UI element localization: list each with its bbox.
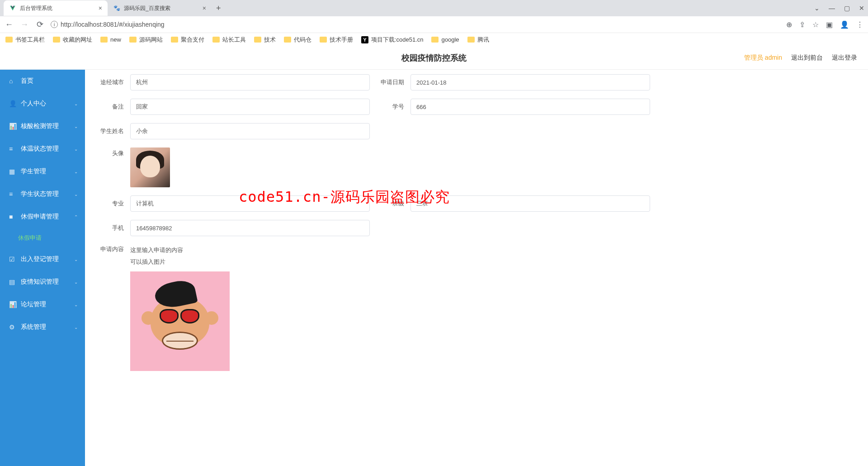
- main-content: code51.cn-源码乐园盗图必究 途经城市 申请日期 备注 学号: [85, 70, 868, 466]
- folder-icon: [254, 37, 261, 43]
- chevron-icon: ⌄: [74, 280, 78, 285]
- bookmark-label: 收藏的网址: [63, 36, 92, 44]
- bookmark-item[interactable]: Y项目下载:code51.cn: [361, 36, 424, 44]
- sidebar-icon: ▤: [9, 278, 16, 285]
- chevron-icon: ⌄: [74, 257, 78, 262]
- back-button[interactable]: ←: [5, 20, 14, 29]
- maximize-icon[interactable]: ▢: [844, 5, 850, 12]
- major-input[interactable]: [130, 195, 370, 212]
- app-header: 校园疫情防控系统 管理员 admin 退出到前台 退出登录: [0, 46, 868, 70]
- label-class: 班级: [374, 200, 410, 208]
- bookmark-label: google: [441, 36, 459, 43]
- sidebar-subitem[interactable]: 休假申请: [0, 228, 85, 248]
- sidebar-item[interactable]: ▤疫情知识管理⌄: [0, 271, 85, 293]
- chevron-icon: ⌄: [74, 302, 78, 307]
- bookmark-label: 技术手册: [330, 36, 353, 44]
- window-controls: ⌄ — ▢ ✕: [814, 5, 864, 12]
- chevron-icon: ⌄: [74, 124, 78, 129]
- avatar-image[interactable]: [130, 147, 170, 187]
- sidebar-item[interactable]: ☑出入登记管理⌄: [0, 248, 85, 271]
- bookmark-item[interactable]: 聚合支付: [171, 36, 204, 44]
- sidebar-label: 疫情知识管理: [21, 278, 59, 286]
- profile-icon[interactable]: 👤: [840, 20, 849, 29]
- content-line: 这里输入申请的内容: [130, 244, 230, 256]
- bookmark-item[interactable]: new: [100, 36, 121, 43]
- sidebar-label: 学生管理: [21, 167, 46, 176]
- phone-input[interactable]: [130, 220, 370, 236]
- bookmark-item[interactable]: 源码网站: [129, 36, 163, 44]
- bookmark-item[interactable]: 书签工具栏: [5, 36, 45, 44]
- sidebar-item[interactable]: ⚙系统管理⌄: [0, 316, 85, 338]
- label-date: 申请日期: [374, 78, 410, 86]
- sidebar-label: 休假申请管理: [21, 213, 59, 221]
- bookmark-item[interactable]: 代码仓: [284, 36, 311, 44]
- sidebar-icon: 📊: [9, 123, 16, 130]
- sidebar-label: 核酸检测管理: [21, 122, 59, 130]
- sidebar-item[interactable]: ⌂首页: [0, 70, 85, 92]
- bookmark-item[interactable]: 站长工具: [212, 36, 246, 44]
- vue-icon: [9, 5, 16, 12]
- close-window-icon[interactable]: ✕: [859, 5, 864, 12]
- chevron-icon: ⌄: [74, 325, 78, 330]
- star-icon[interactable]: ☆: [812, 20, 819, 29]
- sidebar-item[interactable]: ≡体温状态管理⌄: [0, 138, 85, 160]
- bookmark-item[interactable]: 收藏的网址: [53, 36, 92, 44]
- info-icon[interactable]: i: [51, 21, 58, 28]
- new-tab-button[interactable]: +: [212, 4, 226, 13]
- sidebar-item[interactable]: 👤个人中心⌄: [0, 92, 85, 115]
- content-line: 可以插入图片: [130, 256, 230, 268]
- sidebar-label: 首页: [21, 77, 33, 85]
- name-input[interactable]: [130, 123, 370, 139]
- minimize-icon[interactable]: —: [829, 5, 835, 12]
- close-icon[interactable]: ×: [203, 5, 206, 12]
- sidebar-item[interactable]: ≡学生状态管理⌄: [0, 183, 85, 205]
- address-bar: ← → ⟳ i http://localhost:8081/#/xiujiash…: [0, 16, 868, 33]
- sidebar-item[interactable]: 📊核酸检测管理⌄: [0, 115, 85, 138]
- menu-icon[interactable]: ⋮: [856, 20, 863, 29]
- label-name: 学生姓名: [94, 127, 130, 135]
- tabs-dropdown-icon[interactable]: ⌄: [814, 5, 820, 12]
- reload-button[interactable]: ⟳: [35, 19, 44, 29]
- remark-input[interactable]: [130, 99, 370, 115]
- bookmark-item[interactable]: 腾讯: [467, 36, 489, 44]
- share-icon[interactable]: ⇪: [799, 20, 805, 29]
- url-input[interactable]: i http://localhost:8081/#/xiujiashenqing: [51, 21, 780, 28]
- sidebar-item[interactable]: 📊论坛管理⌄: [0, 293, 85, 316]
- class-input[interactable]: [410, 195, 650, 212]
- folder-icon: [100, 37, 108, 43]
- admin-link[interactable]: 管理员 admin: [744, 54, 782, 62]
- label-major: 专业: [94, 200, 130, 208]
- sidebar-icon: ▦: [9, 168, 16, 175]
- sidebar-icon: ⚙: [9, 323, 16, 331]
- bookmark-item[interactable]: 技术手册: [320, 36, 353, 44]
- label-city: 途经城市: [94, 78, 130, 86]
- sidebar-label: 体温状态管理: [21, 145, 59, 153]
- bookmark-item[interactable]: google: [431, 36, 459, 43]
- folder-icon: [5, 37, 13, 43]
- close-icon[interactable]: ×: [99, 5, 102, 12]
- sidebar-item[interactable]: ▦学生管理⌄: [0, 160, 85, 183]
- bookmarks-bar: 书签工具栏收藏的网址new源码网站聚合支付站长工具技术代码仓技术手册Y项目下载:…: [0, 33, 868, 46]
- tab-title: 源码乐园_百度搜索: [124, 5, 170, 12]
- sid-input[interactable]: [410, 99, 650, 115]
- date-input[interactable]: [410, 74, 650, 90]
- baidu-icon: 🐾: [113, 5, 120, 12]
- city-input[interactable]: [130, 74, 370, 90]
- chevron-icon: ⌄: [74, 192, 78, 197]
- browser-chrome: 后台管理系统 × 🐾 源码乐园_百度搜索 × + ⌄ — ▢ ✕ ← → ⟳ i…: [0, 0, 868, 46]
- extensions-icon[interactable]: ▣: [826, 20, 833, 29]
- browser-tab[interactable]: 后台管理系统 ×: [4, 0, 108, 16]
- logout-link[interactable]: 退出登录: [832, 54, 857, 62]
- sidebar-label: 系统管理: [21, 323, 46, 331]
- label-remark: 备注: [94, 103, 130, 111]
- sidebar: ⌂首页👤个人中心⌄📊核酸检测管理⌄≡体温状态管理⌄▦学生管理⌄≡学生状态管理⌄■…: [0, 70, 85, 466]
- tab-title: 后台管理系统: [20, 5, 52, 12]
- browser-tab[interactable]: 🐾 源码乐园_百度搜索 ×: [108, 0, 212, 16]
- sidebar-label: 出入登记管理: [21, 255, 59, 263]
- exit-to-front-link[interactable]: 退出到前台: [791, 54, 823, 62]
- folder-icon: [129, 37, 137, 43]
- sidebar-item[interactable]: ■休假申请管理⌃: [0, 205, 85, 228]
- bookmark-item[interactable]: 技术: [254, 36, 276, 44]
- forward-button[interactable]: →: [20, 20, 29, 29]
- search-icon[interactable]: ⊕: [786, 20, 792, 29]
